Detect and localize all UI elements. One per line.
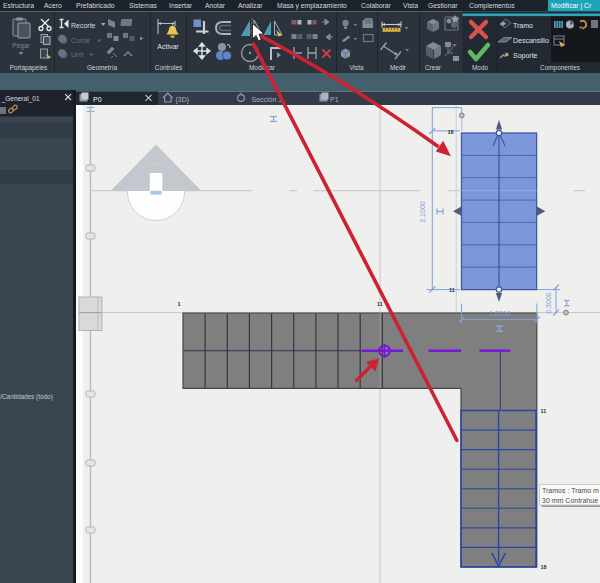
svg-text:Medir: Medir — [390, 64, 407, 71]
svg-text:18: 18 — [448, 129, 454, 135]
svg-text:Anotar: Anotar — [205, 2, 226, 9]
svg-text:Modificar | Cr: Modificar | Cr — [551, 2, 592, 10]
svg-text:Masa y emplazamiento: Masa y emplazamiento — [277, 2, 347, 10]
svg-text:Unir: Unir — [71, 51, 85, 58]
svg-text:_General_01: _General_01 — [1, 95, 40, 103]
svg-text:Sistemas: Sistemas — [129, 2, 158, 9]
svg-text:Cortar: Cortar — [71, 37, 91, 44]
svg-text:Modo: Modo — [472, 64, 488, 71]
svg-text:s/Cantidades (todo): s/Cantidades (todo) — [0, 393, 53, 401]
svg-text:{3D}: {3D} — [176, 96, 190, 104]
svg-text:P1: P1 — [330, 96, 339, 103]
svg-text:11: 11 — [449, 287, 455, 293]
svg-text:Sección 1: Sección 1 — [252, 96, 283, 103]
svg-text:Pegar: Pegar — [12, 42, 30, 50]
svg-text:Insertar: Insertar — [169, 2, 193, 9]
svg-text:Colaborar: Colaborar — [361, 2, 392, 9]
svg-text:Descansillo: Descansillo — [513, 37, 549, 44]
svg-text:Prefabricado: Prefabricado — [76, 2, 115, 9]
svg-text:11: 11 — [541, 408, 547, 414]
svg-text:Soporte: Soporte — [513, 52, 538, 60]
svg-text:Portapapeles: Portapapeles — [10, 64, 48, 72]
svg-text:1: 1 — [178, 301, 181, 307]
svg-text:18: 18 — [541, 564, 547, 570]
svg-text:Gestionar: Gestionar — [428, 2, 458, 9]
svg-text:Controles: Controles — [155, 64, 182, 71]
svg-text:Crear: Crear — [425, 64, 442, 71]
svg-text:Activar: Activar — [157, 43, 179, 50]
svg-text:1.0000: 1.0000 — [489, 310, 511, 317]
svg-text:Componentes: Componentes — [540, 64, 580, 72]
svg-text:P0: P0 — [93, 96, 102, 103]
svg-text:30 mm Contrahue: 30 mm Contrahue — [542, 497, 598, 504]
svg-text:Analizar: Analizar — [238, 2, 263, 9]
svg-text:Tramo: Tramo — [513, 22, 533, 29]
svg-text:Estructura: Estructura — [3, 2, 34, 9]
svg-text:0.3000: 0.3000 — [545, 292, 552, 314]
svg-text:Vista: Vista — [349, 64, 364, 71]
svg-text:Recorte: Recorte — [71, 22, 96, 29]
svg-text:2.1000: 2.1000 — [419, 201, 426, 223]
svg-text:Vista: Vista — [403, 2, 418, 9]
svg-text:Geometría: Geometría — [87, 64, 118, 71]
svg-text:Complementos: Complementos — [469, 2, 515, 10]
svg-text:Acero: Acero — [44, 2, 62, 9]
svg-text:Tramos : Tramo m: Tramos : Tramo m — [542, 487, 599, 494]
svg-text:11: 11 — [377, 301, 383, 307]
